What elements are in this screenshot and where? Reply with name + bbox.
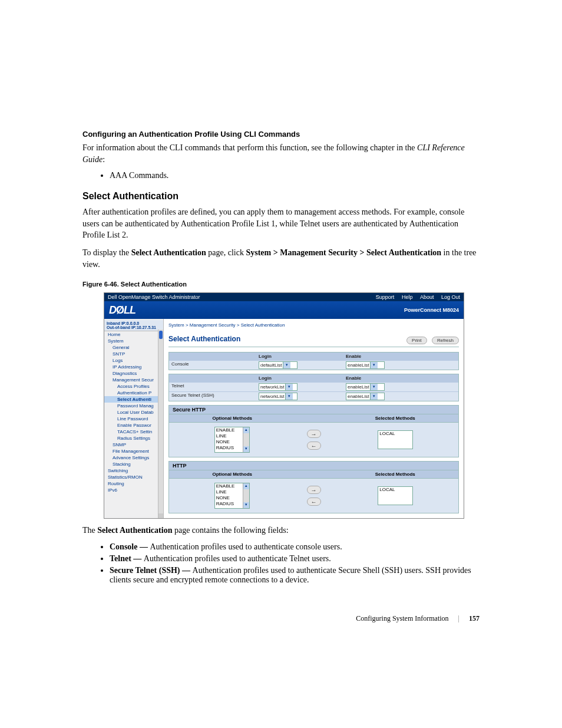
tree-node[interactable]: File Management [104,448,163,454]
telnet-panel: Login Enable Telnet networkList▾ enableL… [168,374,459,401]
console-enable-select[interactable]: enableList▾ [346,361,385,369]
tree-node[interactable]: Line Password [104,416,163,422]
list-item: AAA Commands. [110,171,480,180]
chevron-down-icon: ▾ [370,362,378,368]
tree-node[interactable]: SNMP [104,442,163,448]
tree-node[interactable]: Authentication P [104,390,163,396]
row-label-console: Console [169,361,256,370]
tree-node[interactable]: Switching [104,467,163,474]
body-paragraph: To display the Select Authentication pag… [82,247,480,270]
tree-node[interactable]: General [104,344,163,351]
tree-node[interactable]: System [104,338,163,344]
page-number: 157 [469,614,480,623]
move-left-button[interactable]: ← [307,442,321,450]
body-paragraph: After authentication profiles are define… [82,206,480,241]
col-enable-header: Enable [343,374,458,382]
tree-node[interactable]: Enable Passwor [104,422,163,429]
tree-scrollbar[interactable] [158,330,163,518]
tree-node[interactable]: Management Secur [104,377,163,383]
ip-info-box: Inband IP:0.0.0.0 Out-of-band IP:10.27.5… [104,320,163,331]
after-figure-paragraph: The Select Authentication page contains … [82,525,480,536]
tree-node[interactable]: Routing [104,480,163,487]
refresh-button[interactable]: Refresh [432,337,459,344]
selected-methods-listbox[interactable]: LOCAL [378,486,413,505]
link-about[interactable]: About [420,294,434,300]
fields-list: Console — Authentication profiles used t… [82,542,480,585]
move-left-button[interactable]: ← [307,498,321,506]
product-name: PowerConnect M8024 [404,307,459,313]
text: page contains the following fields: [172,526,288,535]
tree-node[interactable]: Diagnostics [104,370,163,377]
breadcrumb: System > Management Security > Select Au… [168,322,459,328]
text: To display the [82,248,131,257]
secure-http-title: Secure HTTP [168,405,459,414]
tree-node[interactable]: IPv6 [104,487,163,493]
link-logout[interactable]: Log Out [441,294,460,300]
methods-header-row: Optional Methods Selected Methods [168,470,459,479]
chevron-up-icon: ▴ [243,427,249,433]
selected-methods-listbox[interactable]: LOCAL [378,430,413,449]
content-pane: System > Management Security > Select Au… [164,319,464,518]
tree-node[interactable]: Logs [104,357,163,364]
ssh-login-select[interactable]: networkList▾ [259,393,297,400]
chevron-down-icon: ▾ [370,384,378,390]
tree-node[interactable]: Access Profiles [104,383,163,390]
oob-ip: Out-of-band IP:10.27.5.31 [107,325,161,330]
cli-paragraph: For information about the CLI commands t… [82,142,480,165]
col-login-header: Login [256,374,343,382]
text-bold: Select Authentication [131,248,206,257]
tree-node[interactable]: Stacking [104,461,163,467]
footer-section-name: Configuring System Information [356,614,448,623]
tree-node[interactable]: Local User Datab [104,409,163,416]
window-titlebar: Dell OpenManage Switch Administrator Sup… [104,293,464,301]
http-methods-row: ENABLE LINE NONE RADIUS ▴▾ → ← LOCAL [168,479,459,513]
cli-heading: Configuring an Authentication Profile Us… [82,130,480,139]
secure-http-methods-row: ENABLE LINE NONE RADIUS ▴▾ → ← LOCAL [168,423,459,457]
embedded-screenshot: Dell OpenManage Switch Administrator Sup… [104,292,464,519]
telnet-login-select[interactable]: networkList▾ [259,383,297,391]
chevron-down-icon: ▾ [243,446,249,452]
row-label-telnet: Telnet [169,383,256,391]
tree-node[interactable]: Select Authenti [104,396,163,403]
list-item: Secure Telnet (SSH) — Authentication pro… [110,566,480,585]
cli-bullet-list: AAA Commands. [82,171,480,180]
optional-methods-listbox[interactable]: ENABLE LINE NONE RADIUS ▴▾ [214,483,250,509]
tree-node[interactable]: Home [104,331,163,338]
console-login-select[interactable]: defaultList▾ [259,361,297,369]
col-enable-header: Enable [343,353,458,360]
optional-methods-header: Optional Methods [169,414,296,422]
nav-tree[interactable]: Inband IP:0.0.0.0 Out-of-band IP:10.27.5… [104,319,164,518]
tree-node[interactable]: SNTP [104,351,163,357]
ssh-enable-select[interactable]: enableList▾ [346,393,385,400]
link-help[interactable]: Help [402,294,413,300]
tree-node[interactable]: Radius Settings [104,435,163,442]
methods-header-row: Optional Methods Selected Methods [168,414,459,423]
text: The [82,526,97,535]
section-heading: Select Authentication [82,191,480,202]
brand-bar: DØLL PowerConnect M8024 [104,301,464,319]
move-right-button[interactable]: → [307,486,321,494]
tree-node[interactable]: Password Manag [104,403,163,409]
text: : [103,155,105,164]
print-button[interactable]: Print [406,337,427,344]
selected-methods-header: Selected Methods [332,470,459,478]
text: For information about the CLI commands t… [82,143,417,152]
move-right-button[interactable]: → [307,430,321,438]
text-bold: Select Authentication [97,526,172,535]
selected-methods-header: Selected Methods [332,414,459,422]
tree-node[interactable]: Advance Settings [104,454,163,461]
tree-node[interactable]: IP Addressing [104,364,163,370]
inband-ip: Inband IP:0.0.0.0 [107,321,161,325]
optional-methods-header: Optional Methods [169,470,296,478]
telnet-enable-select[interactable]: enableList▾ [346,383,385,391]
chevron-down-icon: ▾ [285,384,293,390]
window-title: Dell OpenManage Switch Administrator [108,294,200,300]
tree-node[interactable]: Statistics/RMON [104,474,163,480]
tree-node[interactable]: TACACS+ Settin [104,429,163,435]
figure-caption: Figure 6-46. Select Authentication [82,281,480,288]
link-support[interactable]: Support [376,294,395,300]
http-title: HTTP [168,461,459,470]
col-login-header: Login [256,353,343,360]
chevron-down-icon: ▾ [283,362,290,368]
optional-methods-listbox[interactable]: ENABLE LINE NONE RADIUS ▴▾ [214,427,250,453]
